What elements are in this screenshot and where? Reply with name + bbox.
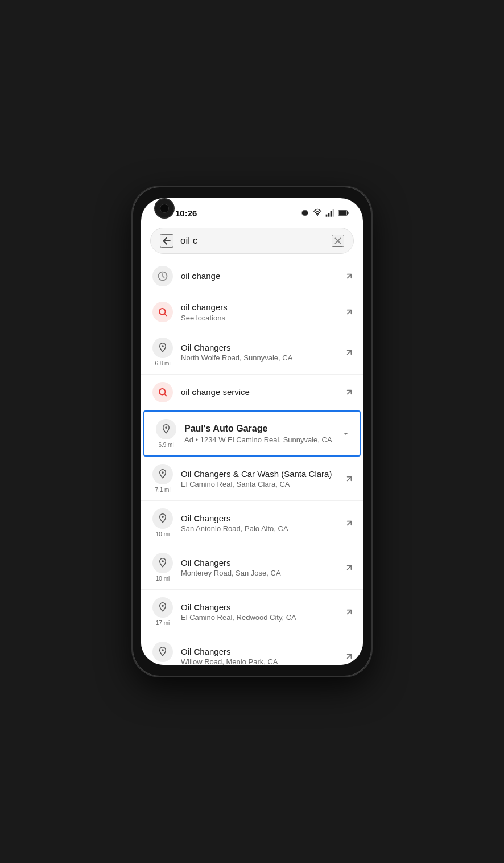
result-icon-wrap: 10 mi xyxy=(150,553,175,582)
result-subtitle: Willow Road, Menlo Park, CA xyxy=(181,657,339,665)
list-item[interactable]: 15 mi Oil Changers Willow Road, Menlo Pa… xyxy=(141,634,363,665)
result-icon-wrap xyxy=(150,302,175,322)
result-title: oil change service xyxy=(181,387,250,397)
result-subtitle: Monterey Road, San Jose, CA xyxy=(181,569,339,577)
svg-rect-4 xyxy=(326,215,328,217)
result-icon-wrap: 7.1 mi xyxy=(150,464,175,493)
svg-point-19 xyxy=(162,605,164,607)
distance-label: 6.8 mi xyxy=(155,360,170,367)
svg-point-17 xyxy=(162,516,164,518)
results-list: oil change oil changers See locations xyxy=(141,258,363,665)
result-icon-wrap xyxy=(150,382,175,402)
distance-label: 15 mi xyxy=(156,664,170,665)
search-bar[interactable]: oil c xyxy=(150,228,354,254)
arrow-icon xyxy=(345,607,354,617)
list-item[interactable]: 6.9 mi Paul's Auto Garage Ad • 1234 W El… xyxy=(143,410,361,457)
result-title: Paul's Auto Garage xyxy=(184,424,267,433)
clear-button[interactable] xyxy=(332,235,344,247)
vibrate-icon xyxy=(300,208,309,217)
pin-icon-circle xyxy=(152,553,173,573)
result-content: Oil Changers San Antonio Road, Palo Alto… xyxy=(175,513,345,533)
status-time: 10:26 xyxy=(175,208,197,218)
phone-screen: 10:26 xyxy=(141,198,363,665)
svg-point-13 xyxy=(162,345,164,347)
pin-icon-circle xyxy=(152,464,173,484)
wifi-icon xyxy=(313,208,322,217)
result-title: Oil Changers xyxy=(181,513,231,523)
result-subtitle: Ad • 1234 W El Camino Real, Sunnyvale, C… xyxy=(184,435,336,444)
svg-rect-1 xyxy=(302,211,303,214)
svg-rect-0 xyxy=(303,210,307,215)
arrow-icon xyxy=(345,563,354,572)
result-title: Oil Changers xyxy=(181,602,231,612)
svg-point-20 xyxy=(162,649,164,651)
result-icon-wrap: 15 mi xyxy=(150,642,175,665)
result-icon-wrap: 17 mi xyxy=(150,597,175,626)
svg-rect-2 xyxy=(307,211,308,214)
svg-rect-9 xyxy=(347,212,348,214)
camera xyxy=(154,198,175,219)
result-content: oil change xyxy=(175,270,345,282)
result-subtitle: North Wolfe Road, Sunnyvale, CA xyxy=(181,354,339,362)
list-item[interactable]: oil change service xyxy=(141,375,363,410)
list-item[interactable]: 17 mi Oil Changers El Camino Real, Redwo… xyxy=(141,590,363,634)
svg-point-16 xyxy=(162,471,164,474)
list-item[interactable]: 10 mi Oil Changers Monterey Road, San Jo… xyxy=(141,545,363,590)
svg-rect-6 xyxy=(331,211,332,217)
result-content: Paul's Auto Garage Ad • 1234 W El Camino… xyxy=(179,423,341,444)
list-item[interactable]: 7.1 mi Oil Changers & Car Wash (Santa Cl… xyxy=(141,457,363,501)
status-icons xyxy=(300,208,349,217)
svg-point-3 xyxy=(317,215,318,216)
result-subtitle: El Camino Real, Santa Clara, CA xyxy=(181,480,339,488)
pin-icon-circle xyxy=(152,597,173,618)
result-subtitle: San Antonio Road, Palo Alto, CA xyxy=(181,524,339,533)
svg-point-15 xyxy=(165,426,167,429)
arrow-icon xyxy=(345,388,354,397)
result-title: Oil Changers & Car Wash (Santa Clara) xyxy=(181,469,332,479)
result-icon-wrap: 6.8 mi xyxy=(150,338,175,367)
result-content: Oil Changers Willow Road, Menlo Park, CA xyxy=(175,646,345,665)
svg-rect-5 xyxy=(328,213,330,217)
distance-label: 10 mi xyxy=(156,531,170,537)
result-icon-wrap: 10 mi xyxy=(150,508,175,537)
result-icon-wrap: 6.9 mi xyxy=(154,419,179,448)
pin-icon-circle xyxy=(152,642,173,662)
signal-icon xyxy=(325,208,334,217)
search-icon-circle xyxy=(152,302,173,322)
distance-label: 10 mi xyxy=(156,576,170,582)
svg-rect-7 xyxy=(333,209,334,216)
result-title: oil change xyxy=(181,271,220,281)
result-title: Oil Changers xyxy=(181,558,231,568)
distance-label: 17 mi xyxy=(156,620,170,626)
distance-label: 6.9 mi xyxy=(158,442,173,448)
search-input[interactable]: oil c xyxy=(180,235,325,246)
list-item[interactable]: 10 mi Oil Changers San Antonio Road, Pal… xyxy=(141,501,363,545)
result-icon-wrap xyxy=(150,266,175,286)
clock-icon-circle xyxy=(152,266,173,286)
arrow-icon xyxy=(345,474,354,483)
result-title: oil changers xyxy=(181,302,228,312)
arrow-icon xyxy=(345,307,354,317)
dropdown-icon[interactable] xyxy=(341,429,350,438)
svg-rect-10 xyxy=(339,211,347,215)
result-subtitle: El Camino Real, Redwood City, CA xyxy=(181,613,339,622)
battery-icon xyxy=(338,208,349,217)
result-content: oil changers See locations xyxy=(175,302,345,322)
arrow-icon xyxy=(345,652,354,661)
arrow-icon xyxy=(345,272,354,281)
svg-point-18 xyxy=(162,560,164,562)
result-content: oil change service xyxy=(175,387,345,398)
list-item[interactable]: 6.8 mi Oil Changers North Wolfe Road, Su… xyxy=(141,330,363,375)
arrow-icon xyxy=(345,519,354,528)
result-title: Oil Changers xyxy=(181,647,231,656)
pin-icon-circle xyxy=(152,338,173,358)
pin-icon-circle xyxy=(156,419,176,439)
result-content: Oil Changers Monterey Road, San Jose, CA xyxy=(175,557,345,578)
list-item[interactable]: oil changers See locations xyxy=(141,294,363,330)
back-button[interactable] xyxy=(160,234,173,248)
result-subtitle: See locations xyxy=(181,314,339,322)
result-content: Oil Changers El Camino Real, Redwood Cit… xyxy=(175,602,345,622)
pin-icon-circle xyxy=(152,508,173,529)
list-item[interactable]: oil change xyxy=(141,258,363,294)
result-content: Oil Changers & Car Wash (Santa Clara) El… xyxy=(175,469,345,489)
